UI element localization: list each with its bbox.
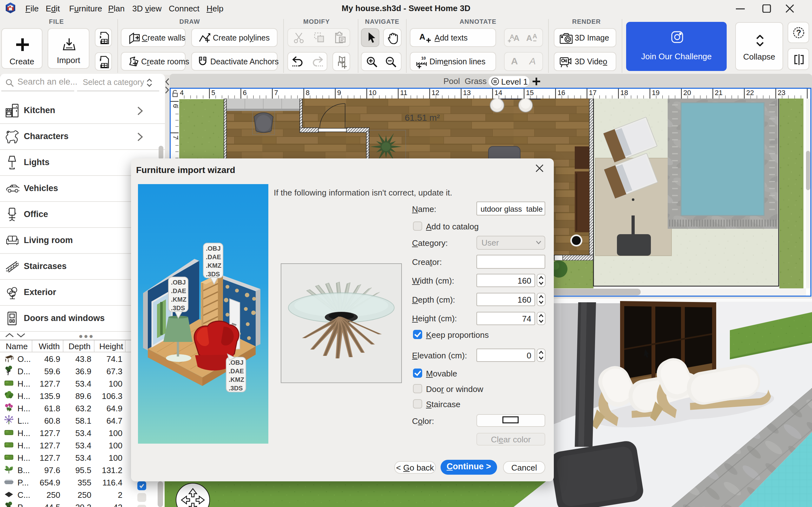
svg-text:15: 15 [526, 89, 534, 97]
svg-text:13: 13 [463, 89, 471, 97]
svg-text:16: 16 [557, 89, 565, 97]
svg-text:61.51 m²: 61.51 m² [405, 113, 440, 123]
svg-text:.OBJ: .OBJ [171, 279, 186, 286]
svg-text:.KMZ: .KMZ [171, 296, 187, 303]
svg-text:A: A [532, 33, 537, 40]
svg-text:.KMZ: .KMZ [229, 376, 244, 383]
svg-text:.DAE: .DAE [229, 368, 244, 375]
svg-text:10: 10 [421, 56, 426, 60]
svg-text:8: 8 [306, 89, 310, 97]
svg-text:A: A [419, 32, 425, 42]
svg-text:.3DS: .3DS [206, 271, 220, 278]
svg-text:.KMZ: .KMZ [206, 262, 221, 269]
svg-text:17: 17 [589, 89, 597, 97]
svg-text:9: 9 [337, 89, 341, 97]
svg-text:.DAE: .DAE [171, 287, 186, 294]
svg-text:7: 7 [171, 135, 179, 139]
svg-text:A: A [526, 33, 532, 43]
svg-text:14: 14 [495, 89, 502, 97]
svg-text:21: 21 [715, 89, 722, 97]
svg-text:.DAE: .DAE [206, 253, 221, 261]
svg-text:18: 18 [620, 89, 628, 97]
svg-text:?: ? [796, 28, 801, 38]
svg-text:20: 20 [683, 89, 691, 97]
svg-text:4: 4 [180, 89, 184, 97]
svg-text:6: 6 [243, 89, 247, 97]
svg-text:.OBJ: .OBJ [229, 359, 244, 366]
svg-text:11: 11 [400, 89, 407, 97]
svg-text:.3DS: .3DS [171, 304, 185, 312]
svg-text:7: 7 [274, 89, 278, 97]
svg-text:5: 5 [211, 89, 215, 97]
svg-text:23: 23 [778, 89, 785, 97]
svg-text:12: 12 [432, 89, 439, 97]
svg-text:22: 22 [746, 89, 754, 97]
svg-text:.3DS: .3DS [229, 385, 243, 392]
svg-text:.OBJ: .OBJ [206, 245, 221, 252]
svg-text:19: 19 [652, 89, 659, 97]
svg-text:10: 10 [368, 89, 376, 97]
svg-text:6: 6 [171, 104, 179, 108]
svg-text:A: A [513, 33, 519, 43]
